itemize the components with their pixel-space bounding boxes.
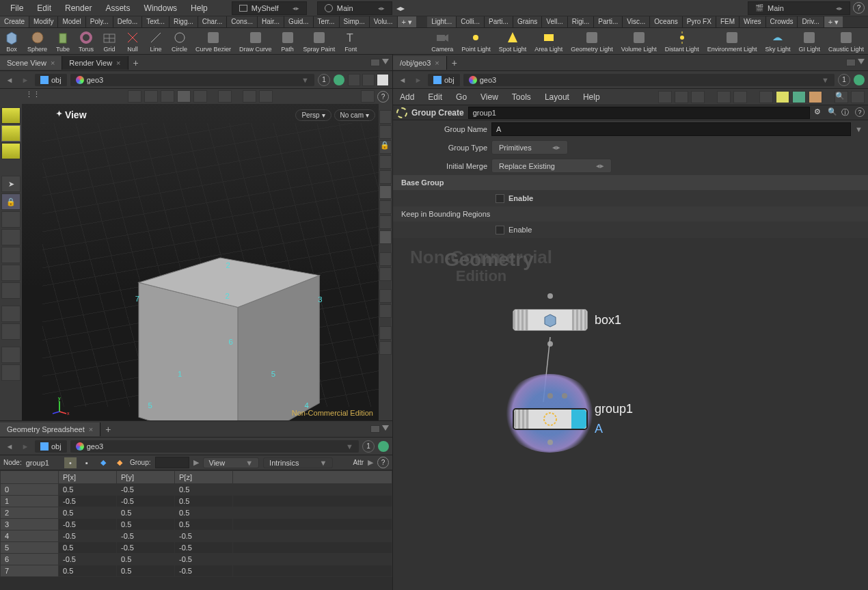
light-orange-icon[interactable] [1,229,21,245]
quickmark-icon[interactable] [348,74,360,86]
display-light-icon[interactable] [379,185,392,199]
checkbox-enable-bounding[interactable] [496,226,504,234]
wrench-icon[interactable] [658,91,672,103]
back-arrow-icon[interactable]: ◄ [3,440,16,453]
shelf-selector-left[interactable]: MyShelf ◂▸ [232,1,307,15]
desktop-selector[interactable]: 🎬 Main ◂▸ [748,1,850,15]
display-wire-icon[interactable] [379,110,392,124]
node-input-dot[interactable] [547,393,553,399]
select-prim-icon[interactable] [1,125,21,142]
viewport-canvas[interactable]: ⋮⋮ ? ✦ [22,89,392,420]
display-p-icon[interactable] [379,289,392,303]
grid-a-icon[interactable] [717,91,731,103]
fwd-arrow-icon[interactable]: ► [412,74,424,86]
display-y-icon[interactable] [379,267,392,281]
menu-windows[interactable]: Windows [137,1,184,16]
table-row[interactable]: 20.50.50.5 [1,507,392,519]
back-arrow-icon[interactable]: ◄ [3,74,16,86]
shelf-tab[interactable]: Text... [142,16,169,27]
menu-file[interactable]: File [3,1,30,16]
shelf-tab[interactable]: Driv... [798,16,824,27]
shelf-add-button[interactable]: + ▾ [824,16,843,27]
display-ghost-icon[interactable] [379,155,392,169]
shelf-tab[interactable]: Cons... [227,16,258,27]
verts-icon[interactable]: ▪ [81,457,93,468]
shelf-tab[interactable]: Colli... [457,16,485,27]
section-bounding[interactable]: Keep in Bounding Regions [393,206,868,222]
list-icon[interactable] [675,91,688,103]
add-tab-button[interactable]: + [128,55,144,70]
search-icon[interactable]: 🔍 [835,91,848,103]
net-menu-tools[interactable]: Tools [505,90,538,105]
display-shade-icon[interactable] [379,125,392,139]
shelf-tab[interactable]: Wires [740,16,766,27]
info-icon[interactable]: ⓘ [841,107,852,118]
display-last-icon[interactable] [379,341,392,355]
net-menu-help[interactable]: Help [576,90,607,105]
display-opt-icon[interactable] [379,326,392,340]
shelf-tool-distant-light[interactable]: Distant Light [661,28,703,54]
path-count[interactable]: 1 [362,440,375,453]
shelf-tab[interactable]: Light... [427,16,457,27]
checkbox-enable-base[interactable] [496,194,504,203]
column-header[interactable]: P[z] [175,471,233,484]
vp-tool-e[interactable] [193,90,207,103]
net-menu-edit[interactable]: Edit [421,90,449,105]
shelf-tool-tube[interactable]: Tube [51,28,74,54]
shelf-tool-volume-light[interactable]: Volume Light [617,28,661,54]
tab-network-path[interactable]: /obj/geo3× [393,56,447,70]
vp-tool-c[interactable] [161,90,174,103]
shelf-tab[interactable]: Char... [198,16,227,27]
shelf-tab[interactable]: Modify [29,16,58,27]
overview-icon[interactable] [851,91,865,103]
display-q-icon[interactable] [379,304,392,318]
node-group1[interactable]: group1 A [513,402,633,436]
column-header[interactable] [1,471,59,484]
maximize-icon[interactable] [846,59,856,66]
shelf-tool-geometry-light[interactable]: Geometry Light [567,28,617,54]
shelf-tab[interactable]: Terr... [314,16,340,27]
pointer-icon[interactable]: ➤ [1,176,21,192]
shelf-tab[interactable]: Model [58,16,85,27]
add-tab-button[interactable]: + [100,422,116,437]
shelf-tool-gi-light[interactable]: GI Light [794,28,824,54]
vp-tool-f[interactable] [218,90,232,103]
shelf-tool-path[interactable]: Path [276,28,299,54]
tree-icon[interactable] [691,91,705,103]
select-initial-merge[interactable]: Replace Existing◂▸ [491,159,612,173]
path-seg-obj[interactable]: obj [35,74,67,86]
magnet-b-icon[interactable] [1,323,21,340]
shelf-tab[interactable]: Rigg... [169,16,198,27]
add-tab-button[interactable]: + [447,55,462,70]
table-row[interactable]: 1-0.5-0.50.5 [1,496,392,507]
back-arrow-icon[interactable]: ◄ [396,74,409,86]
vp-tool-g[interactable] [243,90,256,103]
section-base-group[interactable]: Base Group [393,175,868,190]
shelf-tool-sphere[interactable]: Sphere [23,28,51,54]
vp-tool-d[interactable] [177,90,191,103]
shelf-tab[interactable]: Parti... [485,16,513,27]
node-input-dot-2[interactable] [562,393,567,399]
paint-icon[interactable] [1,364,21,381]
table-row[interactable]: 4-0.5-0.5-0.5 [1,531,392,542]
network-canvas[interactable]: Non-Commercial Edition Geometry box1 [393,238,868,590]
grid-b-icon[interactable] [733,91,747,103]
node-name-input[interactable] [468,107,810,119]
table-row[interactable]: 3-0.50.50.5 [1,519,392,531]
chevron-down-icon[interactable]: ▼ [855,125,863,133]
fwd-arrow-icon[interactable]: ► [19,440,31,453]
shelf-tool-spot-light[interactable]: Spot Light [495,28,531,54]
shelf-tool-caustic-light[interactable]: Caustic Light [824,28,868,54]
node-box1[interactable]: box1 [513,309,621,331]
shelf-add-button[interactable]: + ▾ [398,16,416,27]
axis-icon[interactable] [1,282,21,299]
intrinsics-menu[interactable]: Intrinsics▼ [263,457,333,468]
brush-icon[interactable] [1,347,21,363]
close-icon[interactable]: × [116,59,120,67]
pin-icon[interactable] [854,75,865,85]
net-menu-add[interactable]: Add [393,90,421,105]
lock-icon[interactable]: 🔒 [1,193,21,210]
column-header[interactable]: P[y] [117,471,175,484]
maximize-icon[interactable] [370,59,380,66]
shelf-tool-sky-light[interactable]: Sky Light [761,28,794,54]
